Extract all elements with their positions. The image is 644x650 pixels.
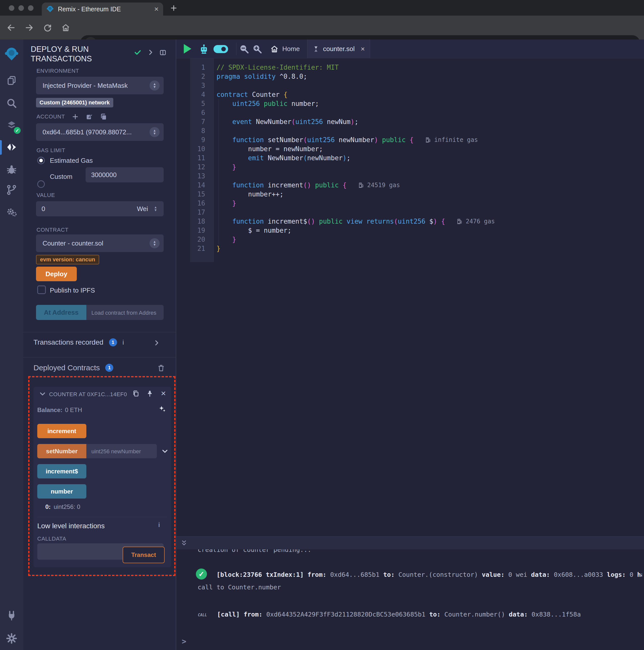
contract-instance-title[interactable]: COUNTER AT 0XF1C...14EF0 bbox=[49, 391, 127, 398]
at-address-button[interactable]: At Address bbox=[36, 305, 87, 320]
contract-stepper-icon[interactable]: ▲▼ bbox=[149, 238, 160, 248]
contract-label: CONTRACT bbox=[36, 227, 68, 233]
pin-contract-icon[interactable] bbox=[146, 390, 153, 397]
debugger-icon[interactable] bbox=[6, 164, 17, 175]
code-line[interactable]: 19 $ = number; bbox=[176, 226, 644, 235]
code-line[interactable]: 7 event NewNumber(uint256 newNum); bbox=[176, 117, 644, 126]
value-input[interactable] bbox=[41, 205, 137, 213]
tab-home[interactable]: Home bbox=[265, 39, 305, 58]
environment-select[interactable]: Injected Provider - MetaMask ▲▼ bbox=[36, 77, 164, 94]
settings-icon[interactable] bbox=[6, 633, 17, 644]
code-line[interactable]: 11 emit NewNumber(newNumber); bbox=[176, 153, 644, 162]
value-unit-stepper-icon[interactable]: ▲▼ bbox=[151, 204, 160, 214]
transact-button[interactable]: Transact bbox=[123, 547, 165, 563]
window-control-minimize[interactable] bbox=[19, 5, 24, 11]
deployed-contract-card: COUNTER AT 0XF1C...14EF0 × Balance: 0 ET… bbox=[33, 387, 171, 567]
number-button[interactable]: number bbox=[37, 484, 87, 499]
estimated-gas-label: Estimated Gas bbox=[50, 157, 93, 165]
ai-sparkles-icon[interactable] bbox=[158, 405, 166, 412]
setnumber-input[interactable] bbox=[91, 447, 152, 455]
transactions-info-icon[interactable]: i bbox=[123, 338, 124, 347]
code-line[interactable]: 5 uint256 public number; bbox=[176, 99, 644, 108]
contract-select[interactable]: Counter - counter.sol ▲▼ bbox=[36, 234, 164, 252]
code-line[interactable]: 15 number++; bbox=[176, 190, 644, 199]
code-line[interactable]: 18 function increment$() public view ret… bbox=[176, 217, 644, 226]
custom-gas-input[interactable] bbox=[91, 171, 160, 179]
terminal-output[interactable]: creation of counter pending... ✓ [block:… bbox=[176, 549, 644, 650]
panel-check-icon bbox=[134, 48, 141, 56]
low-level-info-icon[interactable]: i bbox=[158, 521, 160, 529]
git-icon[interactable] bbox=[6, 184, 17, 195]
add-account-icon[interactable] bbox=[71, 113, 79, 120]
code-line[interactable]: 21} bbox=[176, 244, 644, 253]
ai-assistant-robot-icon[interactable] bbox=[198, 43, 209, 55]
ai-toggle[interactable] bbox=[213, 45, 228, 53]
code-line[interactable]: 6 bbox=[176, 108, 644, 117]
back-icon[interactable] bbox=[6, 23, 15, 32]
code-line[interactable]: 10 number = newNumber; bbox=[176, 144, 644, 153]
expand-terminal-icon[interactable] bbox=[180, 540, 188, 547]
value-unit[interactable]: Wei bbox=[137, 205, 148, 213]
file-explorer-icon[interactable] bbox=[6, 75, 17, 86]
code-line[interactable]: 12 } bbox=[176, 162, 644, 172]
deploy-button[interactable]: Deploy bbox=[36, 267, 77, 281]
plugin-manager-icon[interactable] bbox=[6, 207, 17, 218]
remix-logo-icon[interactable] bbox=[4, 46, 19, 62]
increment-dollar-button[interactable]: increment$ bbox=[37, 464, 87, 478]
zoom-in-icon[interactable] bbox=[252, 43, 262, 54]
code-line[interactable]: 20 } bbox=[176, 235, 644, 244]
code-line[interactable]: 4contract Counter { bbox=[176, 90, 644, 99]
code-line[interactable]: 13 bbox=[176, 172, 644, 181]
code-line[interactable]: 14 function increment() public {24519 ga… bbox=[176, 181, 644, 190]
code-line[interactable]: 3 bbox=[176, 81, 644, 90]
copy-account-icon[interactable] bbox=[100, 113, 107, 120]
remove-contract-icon[interactable]: × bbox=[161, 388, 166, 398]
publish-ipfs-checkbox[interactable] bbox=[37, 286, 46, 294]
estimated-gas-radio[interactable] bbox=[37, 157, 45, 164]
code-line[interactable]: 2pragma solidity ^0.8.0; bbox=[176, 72, 644, 81]
new-tab-icon[interactable] bbox=[170, 4, 178, 12]
tx-log-line[interactable]: [block:23766 txIndex:1] from: 0xd64...68… bbox=[216, 571, 642, 578]
transactions-recorded-row[interactable]: Transactions recorded 1 i bbox=[33, 338, 124, 347]
setnumber-button[interactable]: setNumber bbox=[37, 444, 87, 458]
transactions-count-badge: 1 bbox=[109, 338, 117, 347]
tab-counter-sol[interactable]: counter.sol × bbox=[307, 39, 370, 58]
clear-deployed-trash-icon[interactable] bbox=[157, 364, 165, 372]
transactions-expand-icon[interactable] bbox=[153, 339, 160, 347]
custom-gas-radio[interactable] bbox=[37, 180, 45, 188]
expand-args-icon[interactable] bbox=[161, 448, 168, 455]
copy-address-icon[interactable] bbox=[132, 390, 139, 397]
account-select[interactable]: 0xd64...685b1 (97009.88072... ▲▼ bbox=[36, 123, 164, 141]
edit-account-icon[interactable] bbox=[86, 113, 93, 120]
panel-pin-view-icon[interactable] bbox=[159, 49, 167, 56]
browser-tab[interactable]: Remix - Ethereum IDE × bbox=[42, 2, 163, 15]
run-script-icon[interactable] bbox=[184, 44, 191, 53]
zoom-out-icon[interactable] bbox=[239, 43, 249, 54]
tab-close-icon[interactable]: × bbox=[154, 5, 159, 13]
code-line[interactable]: 8 bbox=[176, 126, 644, 135]
forward-icon[interactable] bbox=[25, 23, 34, 32]
tx-success-icon[interactable]: ✓ bbox=[196, 569, 207, 580]
network-badge: Custom (2465001) network bbox=[36, 98, 113, 107]
call-log-line[interactable]: [call] from: 0xd644352A429F3fF3d21128820… bbox=[217, 611, 643, 618]
code-line[interactable]: 9 function setNumber(uint256 newNumber) … bbox=[176, 135, 644, 144]
window-control-zoom[interactable] bbox=[28, 5, 33, 11]
environment-stepper-icon[interactable]: ▲▼ bbox=[149, 80, 160, 91]
search-icon[interactable] bbox=[6, 98, 17, 109]
panel-expand-icon[interactable] bbox=[147, 49, 154, 56]
code-line[interactable]: 17 bbox=[176, 208, 644, 217]
code-line[interactable]: 1// SPDX-License-Identifier: MIT bbox=[176, 63, 644, 72]
terminal-prompt[interactable]: > bbox=[182, 637, 186, 646]
divider bbox=[236, 42, 236, 55]
increment-button[interactable]: increment bbox=[37, 424, 87, 438]
code-line[interactable]: 16 } bbox=[176, 199, 644, 208]
reload-icon[interactable] bbox=[43, 23, 52, 32]
window-control-close[interactable] bbox=[9, 5, 14, 11]
collapse-contract-icon[interactable] bbox=[39, 390, 46, 397]
remixd-plug-icon[interactable] bbox=[6, 610, 17, 621]
home-icon[interactable] bbox=[61, 23, 70, 32]
at-address-input[interactable] bbox=[91, 309, 160, 317]
account-stepper-icon[interactable]: ▲▼ bbox=[149, 127, 160, 137]
deploy-and-run-icon[interactable] bbox=[6, 142, 17, 153]
file-tab-close-icon[interactable]: × bbox=[361, 45, 365, 53]
